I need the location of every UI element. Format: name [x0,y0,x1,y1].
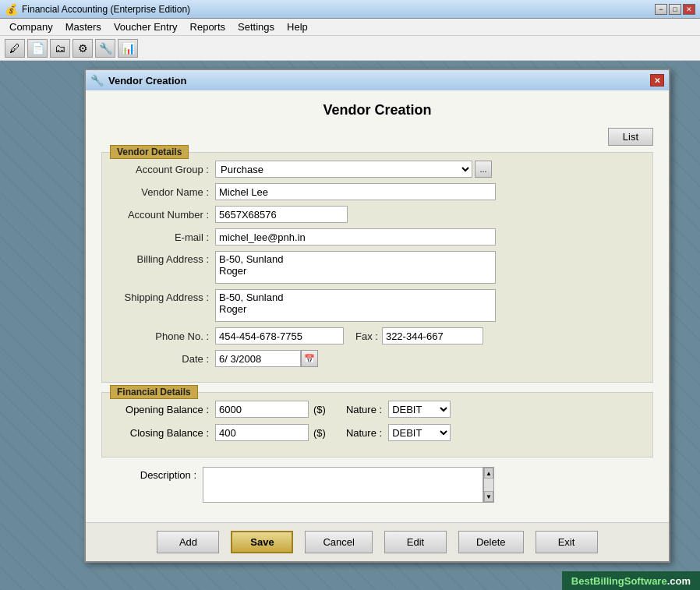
date-input[interactable] [215,350,301,367]
description-row: Description : ▲ ▼ [101,467,653,503]
menu-help[interactable]: Help [281,19,314,34]
shipping-address-row: Shipping Address : B-50, Sunland Roger [114,289,641,322]
opening-balance-label: Opening Balance : [114,404,215,415]
account-group-row: Account Group : Purchase Sales Expense I… [114,161,641,178]
toolbar: 🖊 📄 🗂 ⚙ 🔧 📊 [0,36,700,61]
closing-nature-select[interactable]: DEBIT CREDIT [388,424,451,441]
menu-masters[interactable]: Masters [59,19,108,34]
account-group-select[interactable]: Purchase Sales Expense Income [215,161,472,178]
dialog-close-button[interactable]: ✕ [650,74,664,87]
edit-button[interactable]: Edit [384,531,447,553]
toolbar-btn-2[interactable]: 📄 [27,39,48,58]
toolbar-btn-6[interactable]: 📊 [118,39,138,58]
cancel-button[interactable]: Cancel [305,531,372,553]
financial-details-section: Financial Details Opening Balance : ($) … [101,392,653,458]
email-row: E-mail : [114,228,641,246]
billing-address-label: Billing Address : [114,251,215,265]
account-number-label: Account Number : [114,209,215,221]
footer-tld: .com [667,575,691,587]
date-label: Date : [114,353,215,365]
close-btn[interactable]: ✕ [683,4,695,15]
phone-input[interactable] [215,327,344,344]
date-input-group: 📅 [215,350,318,367]
shipping-address-input[interactable]: B-50, Sunland Roger [215,289,496,322]
menu-company[interactable]: Company [3,19,59,34]
fax-input[interactable] [382,327,483,344]
app-title-bar: 💰 Financial Accounting (Enterprise Editi… [0,0,700,19]
account-group-label: Account Group : [114,164,215,175]
footer: BestBillingSoftware.com [562,571,700,590]
add-button[interactable]: Add [157,531,219,553]
closing-nature-label: Nature : [346,427,382,439]
description-scrollbar: ▲ ▼ [483,467,494,503]
email-label: E-mail : [114,231,215,243]
shipping-address-label: Shipping Address : [114,289,215,303]
phone-fax-row: Phone No. : Fax : [114,327,641,344]
billing-address-input[interactable]: B-50, Sunland Roger [215,251,496,284]
closing-balance-label: Closing Balance : [114,427,215,439]
description-label: Description : [101,467,203,481]
closing-currency: ($) [313,427,326,439]
footer-text: BestBillingSoftware.com [571,575,691,587]
menu-reports[interactable]: Reports [184,19,232,34]
account-group-browse-btn[interactable]: ... [475,161,492,178]
opening-balance-row: Opening Balance : ($) Nature : DEBIT CRE… [114,401,641,418]
dialog-content: Vendor Creation List Vendor Details Acco… [86,90,669,522]
dialog-title: Vendor Creation [108,75,650,87]
menu-settings[interactable]: Settings [232,19,281,34]
scroll-up-arrow[interactable]: ▲ [484,468,493,479]
billing-address-row: Billing Address : B-50, Sunland Roger [114,251,641,284]
toolbar-btn-3[interactable]: 🗂 [50,39,70,58]
opening-nature-select[interactable]: DEBIT CREDIT [388,401,451,418]
opening-currency: ($) [313,404,326,415]
list-button[interactable]: List [608,128,653,146]
closing-balance-input[interactable] [215,424,309,441]
vendor-name-label: Vendor Name : [114,186,215,198]
toolbar-btn-1[interactable]: 🖊 [5,39,25,58]
app-title: Financial Accounting (Enterprise Edition… [22,4,655,15]
date-row: Date : 📅 [114,350,641,367]
exit-button[interactable]: Exit [536,531,598,553]
vendor-name-row: Vendor Name : [114,183,641,200]
maximize-btn[interactable]: □ [669,4,681,15]
list-button-row: List [101,128,653,146]
description-input[interactable] [203,467,483,503]
account-number-row: Account Number : [114,206,641,223]
closing-balance-row: Closing Balance : ($) Nature : DEBIT CRE… [114,424,641,441]
vendor-name-input[interactable] [215,183,496,200]
main-background: 🔧 Vendor Creation ✕ Vendor Creation List… [0,61,700,590]
financial-details-label: Financial Details [110,385,198,399]
menu-bar: Company Masters Voucher Entry Reports Se… [0,19,700,36]
minimize-btn[interactable]: − [655,4,667,15]
vendor-details-label: Vendor Details [110,145,189,159]
dialog-icon: 🔧 [90,74,104,87]
window-controls: − □ ✕ [655,4,695,15]
save-button[interactable]: Save [231,531,293,553]
scroll-down-arrow[interactable]: ▼ [484,491,493,502]
footer-brand: BestBillingSoftware [571,575,667,587]
app-icon: 💰 [5,3,18,16]
toolbar-btn-5[interactable]: 🔧 [95,39,115,58]
fax-label: Fax : [355,330,378,342]
button-row: Add Save Cancel Edit Delete Exit [86,522,669,561]
opening-balance-input[interactable] [215,401,309,418]
account-group-input-group: Purchase Sales Expense Income ... [215,161,492,178]
toolbar-btn-4[interactable]: ⚙ [72,39,93,58]
email-input[interactable] [215,228,496,246]
account-number-input[interactable] [215,206,348,223]
opening-nature-label: Nature : [346,404,382,415]
vendor-details-section: Vendor Details Account Group : Purchase … [101,152,653,383]
vendor-creation-dialog: 🔧 Vendor Creation ✕ Vendor Creation List… [84,69,670,563]
dialog-main-title: Vendor Creation [101,102,653,118]
dialog-title-bar: 🔧 Vendor Creation ✕ [86,70,669,90]
delete-button[interactable]: Delete [458,531,524,553]
menu-voucher-entry[interactable]: Voucher Entry [108,19,184,34]
date-picker-btn[interactable]: 📅 [301,350,318,367]
phone-label: Phone No. : [114,330,215,342]
